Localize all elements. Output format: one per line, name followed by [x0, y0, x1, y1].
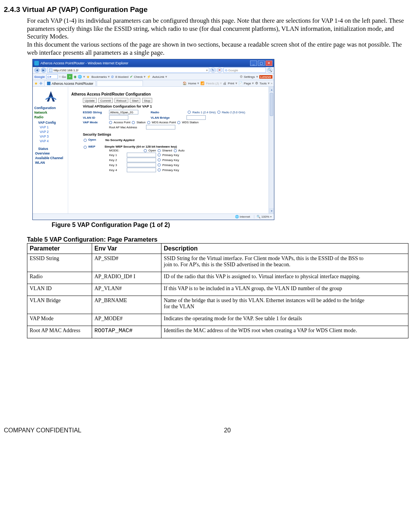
settings-link[interactable]: Settings: [244, 75, 255, 79]
wep-key2-input[interactable]: [127, 158, 156, 162]
url-dropdown-icon[interactable]: ▾: [206, 69, 208, 72]
close-button[interactable]: ✕: [265, 61, 272, 66]
settings-gear-icon[interactable]: ⚙: [240, 75, 243, 79]
internet-zone-label: Internet: [240, 215, 250, 219]
wep-key4-input[interactable]: [127, 168, 156, 172]
browser-tab[interactable]: Atheros Access Point/Router: [44, 81, 96, 86]
go-icon[interactable]: +: [67, 74, 72, 79]
wep-mode-shared-radio[interactable]: [158, 149, 161, 152]
scroll-up-icon[interactable]: ▴: [269, 87, 274, 92]
spellcheck-link[interactable]: Check: [134, 75, 143, 79]
ie-print-link[interactable]: Print: [228, 82, 234, 85]
wep-key2-primary-radio[interactable]: [158, 158, 161, 161]
wep-mode-label: MODE:: [109, 149, 125, 152]
ie-page-icon[interactable]: 📄: [239, 81, 243, 85]
add-favorites-icon[interactable]: ✚: [39, 81, 43, 85]
table-row: VAP ModeAP_MODE#Indicates the operating …: [27, 314, 408, 326]
update-button[interactable]: Update: [83, 98, 97, 103]
scroll-down-icon[interactable]: ▾: [269, 208, 274, 213]
ie-home-icon[interactable]: 🏠: [183, 81, 187, 85]
nav-vap2[interactable]: VAP 2: [40, 130, 67, 134]
nav-status: Status: [38, 147, 67, 151]
refresh-button[interactable]: ↻: [210, 67, 216, 73]
browser-screenshot: Atheros Access Point/Router - Windows In…: [32, 59, 274, 220]
atheros-logo: [39, 89, 62, 104]
minimize-button[interactable]: _: [250, 61, 257, 66]
url-input[interactable]: http://192.168.1.2/ ▾: [47, 67, 209, 73]
maximize-button[interactable]: ▢: [258, 61, 265, 66]
reboot-button[interactable]: Reboot: [114, 98, 128, 103]
scroll-thumb[interactable]: [270, 93, 273, 116]
intro-paragraph-2: In this document the various sections of…: [27, 41, 412, 57]
commit-button[interactable]: Commit: [98, 98, 113, 103]
security-open-radio[interactable]: [84, 139, 87, 142]
rootap-input[interactable]: [146, 125, 175, 129]
google-search-box[interactable]: G▾: [46, 74, 58, 79]
wep-key1-input[interactable]: [127, 153, 156, 157]
essid-input[interactable]: Athens_XSpan_2G: [109, 110, 138, 114]
wep-mode-open-radio[interactable]: [144, 149, 147, 152]
forward-button[interactable]: ►: [41, 67, 46, 73]
start-button[interactable]: Start: [130, 98, 140, 103]
zoom-value: 100%: [261, 215, 269, 219]
browser-search-box[interactable]: G Google: [223, 67, 266, 73]
wep-key4-primary-radio[interactable]: [158, 168, 161, 171]
ie-page-link[interactable]: Page: [244, 82, 251, 85]
nav-vap4[interactable]: VAP 4: [40, 139, 67, 143]
google-toolbar: Google G▾ ▾ Go + ◉ 🌐 ▾ ★ Bookmarks▾ ⊘ 8 …: [33, 74, 274, 80]
favorites-star-icon[interactable]: ★: [34, 81, 38, 85]
browser-status-bar: 🌐 Internet 🔍 100% ▾: [33, 213, 274, 220]
stop-button[interactable]: Stop: [142, 98, 152, 103]
table-caption: Table 5 VAP Configuration: Page Paramete…: [27, 236, 412, 243]
nav-network[interactable]: Network: [34, 111, 67, 114]
page-footer: COMPANY CONFIDENTIAL 20: [4, 427, 412, 434]
nav-available-channel[interactable]: Available Channel: [35, 156, 67, 160]
nav-radio[interactable]: Radio: [34, 115, 67, 119]
radio2-radio[interactable]: [217, 111, 220, 114]
bookmarks-link[interactable]: Bookmarks: [91, 75, 107, 79]
essid-label: ESSID String: [83, 111, 108, 114]
nav-vap3[interactable]: VAP 3: [40, 134, 67, 138]
mode-ap-radio[interactable]: [109, 121, 112, 124]
security-title: Security Settings: [83, 133, 272, 136]
ie-tools-icon[interactable]: ⚙: [255, 81, 258, 85]
table-header-description: Description: [161, 244, 408, 254]
search-go-button[interactable]: 🔍: [267, 67, 272, 73]
empty-tab-area[interactable]: [97, 81, 143, 86]
bookmarks-star-icon[interactable]: ★: [86, 75, 90, 79]
security-wep-radio[interactable]: [84, 146, 87, 149]
wep-key3-input[interactable]: [127, 163, 156, 167]
radio1-label: Radio 1 (2.4 GHz): [192, 111, 215, 114]
ie-tools-link[interactable]: Tools: [259, 82, 267, 85]
wep-key3-primary-radio[interactable]: [158, 163, 161, 166]
mode-wdssta-radio[interactable]: [177, 121, 180, 124]
back-button[interactable]: ◄: [34, 67, 40, 73]
config-main-panel: Atheros Access Point/Router Configuratio…: [68, 87, 274, 213]
radio1-radio[interactable]: [188, 111, 191, 114]
table-header-envvar: Env Var: [92, 244, 161, 254]
stop-button[interactable]: ✕: [217, 67, 222, 73]
google-go-button[interactable]: Go: [62, 75, 66, 79]
mode-wdsap-radio[interactable]: [147, 121, 150, 124]
table-row: RadioAP_RADIO_ID# IID of the radio that …: [27, 272, 408, 284]
zoom-icon[interactable]: 🔍: [257, 215, 260, 219]
wep-key3-primary-label: Primary Key: [162, 163, 179, 167]
url-text: http://192.168.1.2/: [54, 69, 79, 72]
wep-key3-label: Key 3: [109, 163, 125, 167]
security-open-label: Open: [88, 138, 96, 141]
content-scrollbar[interactable]: ▴ ▾: [269, 87, 274, 213]
mode-sta-radio[interactable]: [132, 121, 135, 124]
nav-wlan[interactable]: WLAN: [35, 161, 67, 165]
nav-overview[interactable]: Overview: [35, 151, 67, 155]
autolink-link[interactable]: AutoLink: [152, 75, 164, 79]
vlanid-input[interactable]: [109, 115, 128, 120]
zoom-dropdown-icon[interactable]: ▾: [270, 215, 272, 219]
wep-mode-auto-radio[interactable]: [174, 149, 177, 152]
blocked-count[interactable]: 8 blocked: [115, 75, 128, 79]
nav-vap1[interactable]: VAP 1: [40, 125, 67, 129]
ie-home-link[interactable]: Home: [188, 82, 196, 85]
wep-key1-primary-radio[interactable]: [158, 153, 161, 156]
form-section-title: Virtual AP/Station Configuration for VAP…: [83, 104, 272, 108]
ie-print-icon[interactable]: 🖨: [223, 81, 227, 85]
vlanbridge-input[interactable]: [186, 115, 206, 120]
